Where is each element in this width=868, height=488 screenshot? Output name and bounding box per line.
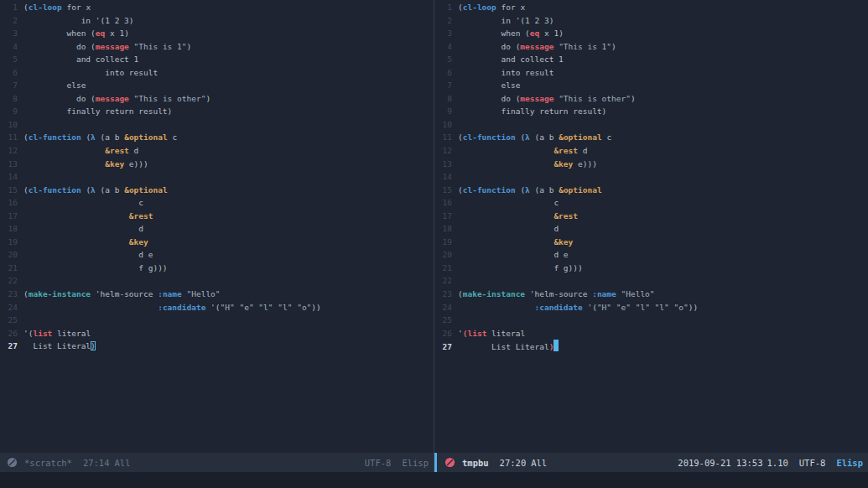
code-token: ) [631,94,636,103]
code-line: 4 do (message "This is 1") [0,40,434,54]
code-token: eq [530,29,539,38]
code-token: e))) [573,159,597,169]
code-line: 8 do (message "This is other") [0,92,434,106]
code-token: message [96,42,129,51]
code-token: "This is other" [134,94,206,103]
code-line: 8 do (message "This is other") [434,92,868,106]
code-token: '( [205,303,220,312]
code-token: into result [23,68,158,77]
code-token: make-instance [29,289,91,299]
code-token: :name [158,289,182,299]
code-token: &rest [554,146,578,155]
line-number: 1 [434,1,452,14]
code-token: x 1) [539,29,564,38]
code-line: 20 d e [434,248,868,262]
code-line: 25 [434,314,868,327]
modeline-right: tmpbu 27:20 All 2019-09-21 13:53 1.10 UT… [434,453,868,472]
line-number: 11 [434,131,452,144]
code-token: (a b [96,132,124,142]
code-token: message [520,42,554,51]
line-number: 15 [0,184,18,197]
code-line: 27 List Literal) [0,340,434,353]
code-token: )) [689,303,698,312]
text-cursor [554,340,559,351]
line-number: 16 [434,196,452,210]
code-token: &rest [554,211,578,221]
line-number: 4 [0,40,18,54]
line-number: 11 [0,131,18,144]
scroll-indicator: All [531,458,547,468]
code-token: (a b [530,185,559,195]
line-number: 2 [434,14,452,28]
line-number: 5 [0,53,18,66]
code-token [458,146,554,155]
code-token: :candidate [158,303,205,312]
buffer-tmpbu[interactable]: 1(cl-loop for x2 in '(1 2 3)3 when (eq x… [434,0,868,453]
line-number: 27 [434,340,452,354]
major-mode-label[interactable]: Elisp [836,458,863,468]
code-line: 20 d e [0,248,434,262]
code-token: d [458,224,559,233]
code-line: 18 d [0,222,434,236]
code-line: 6 into result [434,66,868,80]
code-token [458,211,554,221]
code-token: '( [23,329,33,338]
code-token: &optional [559,132,601,142]
code-token: list [467,329,486,338]
line-number: 27 [0,340,18,353]
code-line: 5 and collect 1 [0,53,434,66]
line-number: 8 [0,92,18,106]
line-number: 10 [434,118,452,132]
major-mode-label[interactable]: Elisp [402,458,429,468]
code-token: 'helm-source [91,289,158,299]
line-number: 19 [0,236,18,249]
code-token: do ( [23,94,96,103]
code-token: when ( [458,29,530,38]
echo-area [0,472,868,488]
code-line: 19 &key [0,236,434,249]
code-token: "e" [616,303,631,312]
code-token: &optional [559,185,601,195]
code-token: &optional [124,132,167,142]
line-number: 9 [434,105,452,118]
code-token: "o" [674,303,689,312]
buffer-name: *scratch* [24,458,72,468]
code-line: 2 in '(1 2 3) [0,14,434,28]
buffer-name: tmpbu [462,458,489,468]
code-token [23,237,129,247]
code-token: d e [458,250,569,259]
line-number: 13 [434,158,452,171]
emacs-frame: 1(cl-loop for x2 in '(1 2 3)3 when (eq x… [0,0,868,488]
line-number: 12 [434,144,452,158]
code-token: finally return result) [458,106,606,116]
circle-slash-icon [7,457,18,468]
code-token: do ( [23,42,96,51]
code-token: "l" [636,303,650,312]
code-token: e))) [124,159,148,169]
code-line: 9 finally return result) [434,105,868,118]
encoding-label: UTF-8 [365,458,392,468]
code-line: 22 [434,274,868,288]
code-line: 11(cl-function (λ (a b &optional c [434,131,868,144]
code-token [458,303,535,312]
code-token: "e" [239,303,253,312]
code-token: "This is 1" [559,42,611,51]
code-token: list [33,329,52,338]
code-line: 23(make-instance 'helm-source :name "Hel… [0,288,434,301]
code-line: 24 :candidate '("H" "e" "l" "l" "o")) [0,301,434,314]
code-line: 27 List Literal) [434,340,868,353]
line-number: 7 [0,79,18,92]
code-token: ( [81,132,91,142]
buffer-scratch[interactable]: 1(cl-loop for x2 in '(1 2 3)3 when (eq x… [0,0,434,453]
line-number: 17 [434,210,452,223]
datetime-label: 2019-09-21 13:53 [678,458,762,468]
code-token: '( [583,303,597,312]
code-line: 25 [0,314,434,327]
line-number: 20 [0,248,18,262]
line-number: 26 [0,327,18,340]
code-line: 4 do (message "This is 1") [434,40,868,54]
scroll-indicator: All [115,458,131,468]
code-token: do ( [458,94,520,103]
code-token: &optional [124,185,167,195]
editor-windows: 1(cl-loop for x2 in '(1 2 3)3 when (eq x… [0,0,868,472]
